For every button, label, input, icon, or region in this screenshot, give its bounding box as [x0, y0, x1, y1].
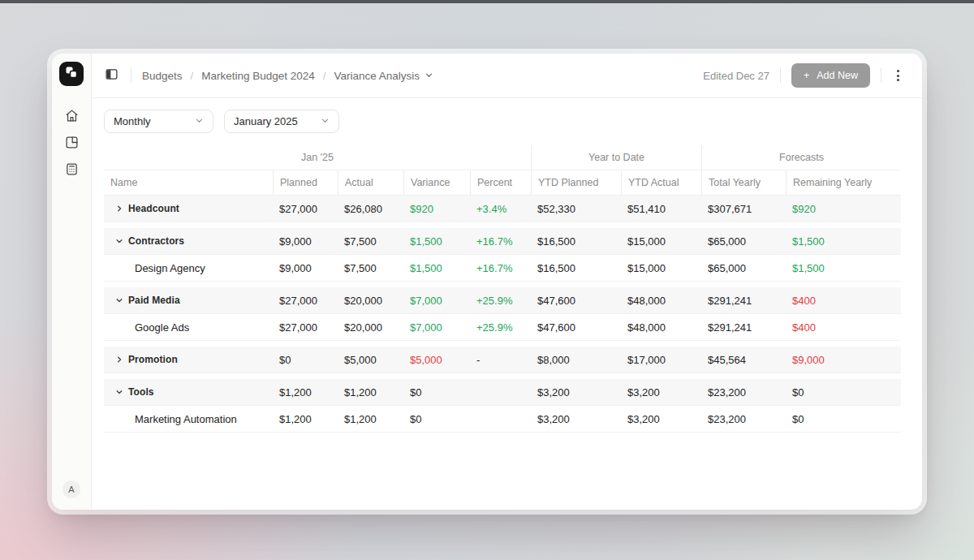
cell-name: Headcount	[104, 200, 273, 218]
cell-remaining-yearly: $400	[786, 295, 901, 307]
row-label: Google Ads	[110, 321, 189, 334]
divider	[881, 68, 881, 83]
month-select-value: January 2025	[234, 115, 298, 127]
row-label: Promotion	[128, 354, 178, 365]
chevron-down-icon[interactable]	[110, 232, 128, 250]
chevron-down-icon[interactable]	[110, 291, 128, 309]
cell-planned: $0	[273, 354, 338, 366]
cell-variance: $0	[403, 413, 470, 425]
app-logo[interactable]	[59, 62, 84, 86]
add-new-button[interactable]: + Add New	[791, 63, 870, 88]
cell-planned: $27,000	[273, 321, 338, 334]
cell-percent: +16.7%	[470, 235, 531, 248]
cell-actual: $7,500	[338, 262, 403, 274]
cell-variance: $0	[403, 386, 470, 398]
cell-ytd-planned: $16,500	[531, 262, 621, 274]
table-row-contractors[interactable]: Contractors$9,000$7,500$1,500+16.7%$16,5…	[104, 228, 901, 255]
cell-ytd-planned: $8,000	[531, 354, 621, 366]
cell-remaining-yearly: $1,500	[786, 262, 901, 274]
cell-ytd-actual: $48,000	[621, 321, 701, 334]
divider	[780, 68, 781, 83]
cell-remaining-yearly: $0	[786, 386, 901, 398]
cell-planned: $1,200	[273, 413, 338, 425]
group-header-jan25: Jan '25	[104, 145, 531, 170]
cell-ytd-actual: $48,000	[621, 295, 701, 307]
cell-total-yearly: $65,000	[701, 235, 786, 248]
cell-remaining-yearly: $0	[786, 413, 901, 425]
cell-percent: +25.9%	[470, 321, 531, 334]
sidebar-toggle-button[interactable]	[103, 66, 120, 85]
board-icon[interactable]	[64, 135, 79, 149]
breadcrumb-separator: /	[323, 70, 326, 82]
chevron-down-icon	[195, 115, 204, 127]
cell-planned: $1,200	[273, 386, 338, 398]
filter-bar: Monthly January 2025	[92, 98, 922, 133]
calculator-icon[interactable]	[64, 162, 79, 176]
column-header-percent[interactable]: Percent	[470, 170, 531, 195]
cell-actual: $26,080	[338, 203, 403, 215]
table-row-tools[interactable]: Tools$1,200$1,200$0$3,200$3,200$23,200$0	[104, 379, 901, 406]
chevron-right-icon[interactable]	[110, 200, 128, 218]
cell-name: Promotion	[104, 351, 273, 368]
cell-name: Google Ads	[104, 321, 273, 334]
chevron-down-icon	[425, 70, 433, 82]
cell-actual: $20,000	[338, 321, 403, 334]
cell-actual: $7,500	[338, 235, 403, 248]
chevron-down-icon	[321, 115, 330, 127]
more-options-button[interactable]	[892, 67, 904, 84]
breadcrumb-budgets[interactable]: Budgets	[142, 70, 183, 82]
cell-variance: $1,500	[403, 235, 470, 248]
column-header-variance[interactable]: Variance	[403, 170, 470, 195]
cell-actual: $1,200	[338, 386, 403, 398]
cell-name: Marketing Automation	[104, 413, 273, 425]
breadcrumb-current-label: Variance Analysis	[334, 70, 420, 82]
cell-total-yearly: $45,564	[701, 354, 786, 366]
cell-percent: +16.7%	[470, 262, 531, 274]
table-row-paid-media[interactable]: Paid Media$27,000$20,000$7,000+25.9%$47,…	[104, 287, 901, 314]
breadcrumb-variance-analysis[interactable]: Variance Analysis	[334, 70, 433, 82]
column-header-actual[interactable]: Actual	[338, 170, 403, 195]
variance-table: Jan '25 Year to Date Forecasts Name Plan…	[104, 145, 901, 433]
chevron-right-icon[interactable]	[110, 351, 128, 368]
cell-ytd-planned: $47,600	[531, 295, 621, 307]
breadcrumb-marketing-budget[interactable]: Marketing Budget 2024	[201, 70, 315, 82]
cell-total-yearly: $291,241	[701, 321, 786, 334]
row-label: Contractors	[128, 235, 184, 247]
column-header-planned[interactable]: Planned	[273, 170, 338, 195]
topbar: Budgets / Marketing Budget 2024 / Varian…	[92, 54, 922, 98]
user-avatar[interactable]: A	[62, 480, 80, 498]
row-label: Tools	[128, 386, 154, 398]
table-row-design-agency[interactable]: Design Agency$9,000$7,500$1,500+16.7%$16…	[104, 255, 901, 282]
desktop-background: A Budgets / Marketing Budget 2024 / Vari…	[0, 0, 974, 560]
period-select[interactable]: Monthly	[104, 110, 213, 133]
home-icon[interactable]	[64, 108, 79, 123]
sidebar: A	[52, 54, 92, 510]
column-header-name[interactable]: Name	[104, 170, 273, 195]
column-header-ytd-planned[interactable]: YTD Planned	[531, 170, 621, 195]
cell-planned: $27,000	[273, 295, 338, 307]
browser-top-edge	[0, 0, 974, 3]
table-body: Headcount$27,000$26,080$920+3.4%$52,330$…	[104, 196, 901, 433]
cell-remaining-yearly: $9,000	[786, 354, 901, 366]
cell-name: Tools	[104, 383, 273, 401]
column-header-ytd-actual[interactable]: YTD Actual	[621, 170, 701, 195]
cell-percent: +3.4%	[470, 203, 531, 215]
table-row-marketing-automation[interactable]: Marketing Automation$1,200$1,200$0$3,200…	[104, 406, 901, 433]
table-row-promotion[interactable]: Promotion$0$5,000$5,000-$8,000$17,000$45…	[104, 347, 901, 373]
column-header-remaining-yearly[interactable]: Remaining Yearly	[786, 170, 901, 195]
table-row-google-ads[interactable]: Google Ads$27,000$20,000$7,000+25.9%$47,…	[104, 314, 901, 341]
chevron-down-icon[interactable]	[110, 383, 128, 401]
edited-timestamp: Edited Dec 27	[703, 70, 769, 82]
cell-ytd-planned: $52,330	[531, 203, 621, 215]
cell-total-yearly: $291,241	[701, 295, 786, 307]
panel-toggle-icon	[105, 67, 119, 84]
month-select[interactable]: January 2025	[224, 110, 339, 133]
row-label: Paid Media	[128, 295, 180, 306]
cell-variance: $7,000	[403, 295, 470, 307]
cell-actual: $20,000	[338, 295, 403, 307]
breadcrumb-separator: /	[191, 70, 194, 82]
table-row-headcount[interactable]: Headcount$27,000$26,080$920+3.4%$52,330$…	[104, 196, 901, 222]
cell-actual: $1,200	[338, 413, 403, 425]
column-header-total-yearly[interactable]: Total Yearly	[701, 170, 786, 195]
cell-variance: $1,500	[403, 262, 470, 274]
